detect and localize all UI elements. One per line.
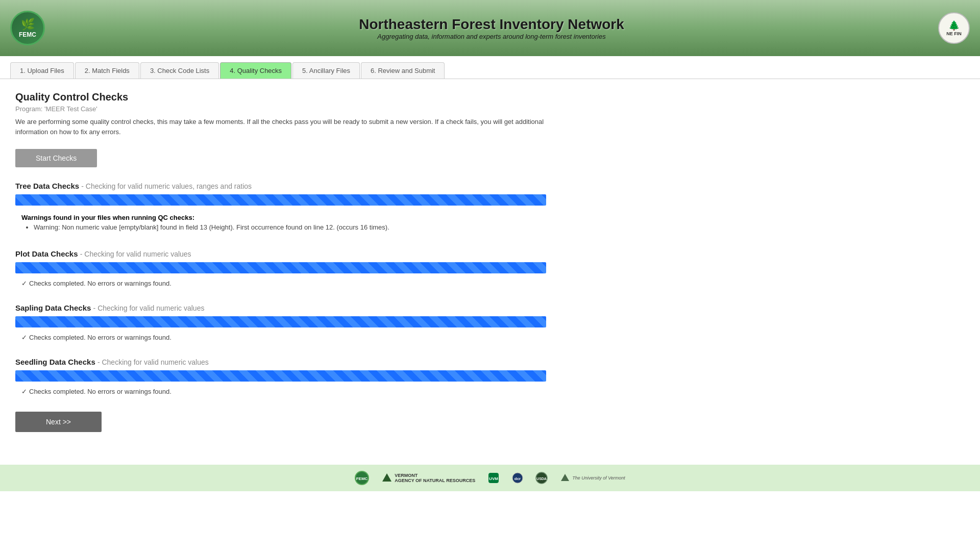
main-content: Quality Control Checks Program: 'MEER Te… <box>0 79 561 444</box>
footer-university-label: The University of Vermont <box>572 475 625 481</box>
svg-text:FEMC: FEMC <box>356 476 368 481</box>
tree-data-checks-section: Tree Data Checks - Checking for valid nu… <box>15 182 546 235</box>
nefin-logo: 🌲 NE FIN <box>938 12 970 44</box>
tab-check-code-lists[interactable]: 3. Check Code Lists <box>140 62 219 79</box>
footer-vermont-logo: VERMONTAGENCY OF NATURAL RESOURCES <box>381 472 475 484</box>
sapling-data-checks-subtitle: - Checking for valid numeric values <box>93 304 205 312</box>
plot-data-progress-fill <box>15 262 546 273</box>
tree-data-checks-title: Tree Data Checks - Checking for valid nu… <box>15 182 546 190</box>
plot-data-checks-subtitle: - Checking for valid numeric values <box>80 250 191 258</box>
sapling-data-checks-section: Sapling Data Checks - Checking for valid… <box>15 304 546 343</box>
header-subtitle: Aggregating data, information and expert… <box>45 33 938 40</box>
header-center: Northeastern Forest Inventory Network Ag… <box>45 16 938 40</box>
header-title: Northeastern Forest Inventory Network <box>45 16 938 33</box>
tab-upload-files[interactable]: 1. Upload Files <box>10 62 74 79</box>
tab-quality-checks[interactable]: 4. Quality Checks <box>220 62 291 79</box>
next-button[interactable]: Next >> <box>15 412 102 432</box>
tab-match-fields[interactable]: 2. Match Fields <box>75 62 139 79</box>
tree-data-warning-item: Warning: Non numeric value [empty/blank]… <box>34 223 540 231</box>
footer-dcr-logo: dcr <box>512 472 523 484</box>
footer-femc-logo: FEMC <box>355 471 369 485</box>
svg-marker-9 <box>561 474 569 481</box>
plot-data-checks-title: Plot Data Checks - Checking for valid nu… <box>15 249 546 258</box>
femc-label: FEMC <box>19 31 36 38</box>
plot-data-progress-bar <box>15 262 546 273</box>
sapling-checkmark-icon: ✓ <box>21 334 27 341</box>
tab-ancillary-files[interactable]: 5. Ancillary Files <box>292 62 360 79</box>
page-header: 🌿 FEMC Northeastern Forest Inventory Net… <box>0 0 980 56</box>
seedling-checkmark-icon: ✓ <box>21 388 27 395</box>
page-title: Quality Control Checks <box>15 91 546 103</box>
footer-vermont-text: VERMONTAGENCY OF NATURAL RESOURCES <box>395 473 475 483</box>
footer-uvm-text: The University of Vermont <box>560 473 625 483</box>
page-footer: FEMC VERMONTAGENCY OF NATURAL RESOURCES … <box>0 465 980 491</box>
seedling-data-checks-subtitle: - Checking for valid numeric values <box>97 358 209 366</box>
tab-review-submit[interactable]: 6. Review and Submit <box>361 62 445 79</box>
footer-usda-logo: USDA <box>535 472 548 484</box>
tree-data-checks-subtitle: - Checking for valid numeric values, ran… <box>81 182 252 190</box>
femc-logo: 🌿 FEMC <box>10 11 45 45</box>
svg-text:UVM: UVM <box>489 476 498 481</box>
seedling-data-checks-section: Seedling Data Checks - Checking for vali… <box>15 358 546 397</box>
plot-data-checks-section: Plot Data Checks - Checking for valid nu… <box>15 249 546 289</box>
tree-data-progress-bar <box>15 194 546 206</box>
svg-text:dcr: dcr <box>514 476 521 481</box>
tree-data-warning-title: Warnings found in your files when runnin… <box>21 214 540 221</box>
seedling-data-success-msg: ✓Checks completed. No errors or warnings… <box>15 386 546 397</box>
tree-data-warning-box: Warnings found in your files when runnin… <box>15 210 546 235</box>
nav-tabs: 1. Upload Files 2. Match Fields 3. Check… <box>0 56 980 79</box>
sapling-data-progress-bar <box>15 316 546 327</box>
footer-uvm-logo: UVM <box>487 472 500 484</box>
sapling-data-progress-fill <box>15 316 546 327</box>
seedling-data-checks-title: Seedling Data Checks - Checking for vali… <box>15 358 546 366</box>
tree-data-progress-fill <box>15 194 546 206</box>
svg-text:USDA: USDA <box>536 477 547 481</box>
seedling-data-progress-fill <box>15 370 546 382</box>
sapling-data-checks-title: Sapling Data Checks - Checking for valid… <box>15 304 546 312</box>
start-checks-button[interactable]: Start Checks <box>15 149 97 167</box>
plot-checkmark-icon: ✓ <box>21 280 27 287</box>
description-text: We are performing some quality control c… <box>15 117 546 137</box>
program-label: Program: 'MEER Test Case' <box>15 105 546 113</box>
sapling-data-success-msg: ✓Checks completed. No errors or warnings… <box>15 332 546 343</box>
plot-data-success-msg: ✓Checks completed. No errors or warnings… <box>15 277 546 289</box>
nefin-label: NE FIN <box>946 31 962 36</box>
svg-marker-2 <box>382 473 391 482</box>
seedling-data-progress-bar <box>15 370 546 382</box>
